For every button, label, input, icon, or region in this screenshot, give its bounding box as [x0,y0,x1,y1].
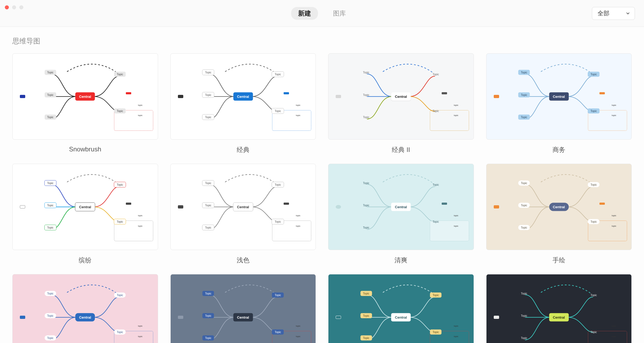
topic-node: Topic [202,291,214,296]
topic-node: Topic [588,109,599,114]
topic-node: Topic [45,313,56,318]
subtopic-node: topic [138,325,142,327]
template-card-fresh[interactable]: Central Topic Topic Topic Topic Topic to… [328,164,474,267]
floating-node-icon [336,205,341,209]
topic-node: Topic [272,71,284,77]
template-card-hand[interactable]: Central Topic Topic Topic Topic Topic to… [486,164,632,267]
topic-node: Topic [588,72,599,77]
central-node: Central [549,92,569,101]
chevron-down-icon [625,11,630,16]
topic-node: Topic [202,180,214,186]
topic-node: Topic [518,180,530,185]
central-node: Central [391,203,411,211]
topic-node: Topic [44,180,56,186]
subtopic-node: topic [296,225,301,227]
topic-node: Topic [360,114,372,120]
topic-node: Topic [45,70,56,75]
central-node: Central [391,313,411,322]
tab-library[interactable]: 图库 [326,7,353,20]
subtopic-node: topic [454,114,458,117]
central-node: Central [233,313,253,322]
template-thumbnail: Central Topic Topic Topic Topic Topic to… [328,274,474,343]
category-filter-dropdown[interactable]: 全部 [592,7,635,20]
subtopic-node: topic [138,214,142,217]
template-thumbnail: Central Topic Topic Topic Topic Topic to… [170,274,316,343]
content-scroll[interactable]: 思维导图 Central Topic Topic Topic Topic [0,27,644,343]
template-card-classic[interactable]: Central Topic Topic Topic Topic Topic to… [170,53,316,157]
template-thumbnail: Central Topic Topic Topic Topic Topic to… [328,53,474,140]
subtopic-node: topic [612,104,616,106]
topic-node: Topic [114,329,126,334]
template-thumbnail: Central Topic Topic Topic Topic Topic to… [12,53,158,140]
subtopic-node: topic [454,214,458,217]
topic-node: Topic [430,329,441,334]
summary-bar-icon [284,313,289,315]
template-card-pink[interactable]: Central Topic Topic Topic Topic Topic to… [12,274,158,343]
template-card-teal[interactable]: Central Topic Topic Topic Topic Topic to… [328,274,474,343]
template-name: 手绘 [552,256,565,264]
summary-bar-icon [599,313,605,315]
topic-node: Topic [272,108,284,114]
subtopic-node: topic [612,325,616,327]
summary-bar-icon [599,92,605,94]
template-card-snowbrush[interactable]: Central Topic Topic Topic Topic Topic to… [12,53,158,157]
template-thumbnail: Central Topic Topic Topic Topic Topic to… [486,53,632,140]
zoom-window-button[interactable] [19,5,23,9]
topic-node: Topic [114,109,126,114]
section-title: 思维导图 [12,36,632,46]
topic-node: Topic [114,293,126,298]
template-thumbnail: Central Topic Topic Topic Topic Topic to… [170,53,316,140]
subtopic-node: topic [138,335,142,337]
subtopic-node: topic [296,214,301,217]
topic-node: Topic [518,203,530,208]
close-window-button[interactable] [5,5,9,9]
subtopic-node: topic [454,225,458,227]
central-node: Central [233,203,253,211]
template-card-dark[interactable]: Central Topic Topic Topic Topic Topic to… [486,274,632,343]
template-thumbnail: Central Topic Topic Topic Topic Topic to… [170,164,316,250]
minimize-window-button[interactable] [12,5,16,9]
window-header: 新建 图库 全部 [0,0,644,27]
template-card-business[interactable]: Central Topic Topic Topic Topic Topic to… [486,53,632,157]
topic-node: Topic [518,313,530,318]
summary-bar-icon [599,203,605,205]
topic-node: Topic [518,291,530,296]
central-node: Central [549,203,569,211]
topic-node: Topic [430,109,441,114]
floating-node-icon [20,95,25,98]
central-node: Central [549,313,569,322]
summary-bar-icon [284,92,289,94]
header-tabs: 新建 图库 [291,7,353,20]
topic-node: Topic [360,203,372,208]
topic-node: Topic [272,182,284,187]
template-grid: Central Topic Topic Topic Topic Topic to… [12,53,632,343]
topic-node: Topic [518,92,530,97]
topic-node: Topic [518,335,530,341]
topic-node: Topic [202,225,214,230]
topic-node: Topic [114,219,126,224]
subtopic-node: topic [454,335,458,337]
subtopic-node: topic [296,335,301,337]
floating-node-icon [20,316,25,319]
floating-node-icon [494,316,499,319]
topic-node: Topic [588,219,599,224]
floating-node-icon [178,95,183,98]
topic-node: Topic [45,114,56,120]
topic-node: Topic [430,293,441,298]
subtopic-node: topic [296,104,301,106]
template-card-classic2[interactable]: Central Topic Topic Topic Topic Topic to… [328,53,474,157]
template-card-light[interactable]: Central Topic Topic Topic Topic Topic to… [170,164,316,267]
category-filter-value: 全部 [598,9,609,17]
template-card-slate[interactable]: Central Topic Topic Topic Topic Topic to… [170,274,316,343]
summary-bar-icon [126,203,131,205]
topic-node: Topic [430,219,441,224]
topic-node: Topic [360,335,372,341]
summary-bar-icon [284,203,289,205]
central-node: Central [75,92,95,101]
template-card-colorful[interactable]: Central Topic Topic Topic Topic Topic to… [12,164,158,267]
subtopic-node: topic [296,325,301,327]
topic-node: Topic [518,114,530,120]
tab-new[interactable]: 新建 [291,7,318,20]
topic-node: Topic [114,182,126,187]
subtopic-node: topic [612,335,616,337]
